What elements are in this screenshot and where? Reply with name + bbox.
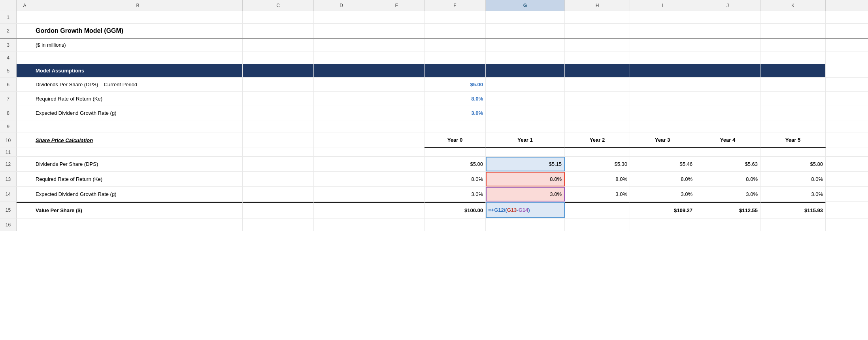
cell-j10[interactable]: Year 4: [695, 133, 760, 148]
cell-i11[interactable]: [630, 148, 695, 156]
cell-a3[interactable]: [17, 39, 33, 51]
cell-d14[interactable]: [314, 187, 369, 201]
cell-i8[interactable]: [630, 106, 695, 120]
cell-c4[interactable]: [243, 51, 314, 64]
cell-d7[interactable]: [314, 92, 369, 106]
cell-f15[interactable]: $100.00: [425, 202, 486, 218]
cell-g5[interactable]: [486, 64, 565, 77]
cell-j2[interactable]: [695, 24, 760, 38]
cell-k12[interactable]: $5.80: [760, 157, 826, 171]
cell-i15[interactable]: $109.27: [630, 202, 695, 218]
cell-j7[interactable]: [695, 92, 760, 106]
cell-g15[interactable]: =+G12/(G13-G14): [486, 202, 565, 218]
cell-a6[interactable]: [17, 78, 33, 91]
cell-b15[interactable]: Value Per Share ($): [33, 202, 243, 218]
cell-k2[interactable]: [760, 24, 826, 38]
cell-c9[interactable]: [243, 120, 314, 133]
cell-c2[interactable]: [243, 24, 314, 38]
cell-a14[interactable]: [17, 187, 33, 201]
cell-b8[interactable]: Expected Dividend Growth Rate (g): [33, 106, 243, 120]
cell-c3[interactable]: [243, 39, 314, 51]
cell-f8[interactable]: 3.0%: [425, 106, 486, 120]
cell-h14[interactable]: 3.0%: [565, 187, 630, 201]
cell-e15[interactable]: [369, 202, 425, 218]
cell-e14[interactable]: [369, 187, 425, 201]
cell-j8[interactable]: [695, 106, 760, 120]
cell-d6[interactable]: [314, 78, 369, 91]
cell-d5[interactable]: [314, 64, 369, 77]
cell-j11[interactable]: [695, 148, 760, 156]
cell-b11[interactable]: [33, 148, 243, 156]
cell-j9[interactable]: [695, 120, 760, 133]
cell-c12[interactable]: [243, 157, 314, 171]
cell-e7[interactable]: [369, 92, 425, 106]
cell-i4[interactable]: [630, 51, 695, 64]
cell-b5[interactable]: Model Assumptions: [33, 64, 243, 77]
cell-e10[interactable]: [369, 133, 425, 148]
cell-g16[interactable]: [486, 218, 565, 231]
cell-c16[interactable]: [243, 218, 314, 231]
cell-b1[interactable]: [33, 11, 243, 23]
cell-a1[interactable]: [17, 11, 33, 23]
cell-i5[interactable]: [630, 64, 695, 77]
cell-i16[interactable]: [630, 218, 695, 231]
cell-h7[interactable]: [565, 92, 630, 106]
cell-d4[interactable]: [314, 51, 369, 64]
cell-a2[interactable]: [17, 24, 33, 38]
cell-b7[interactable]: Required Rate of Return (Ke): [33, 92, 243, 106]
cell-f4[interactable]: [425, 51, 486, 64]
col-header-d[interactable]: D: [314, 0, 369, 11]
cell-c10[interactable]: [243, 133, 314, 148]
cell-d11[interactable]: [314, 148, 369, 156]
cell-j5[interactable]: [695, 64, 760, 77]
cell-e4[interactable]: [369, 51, 425, 64]
cell-e9[interactable]: [369, 120, 425, 133]
cell-e8[interactable]: [369, 106, 425, 120]
cell-b14[interactable]: Expected Dividend Growth Rate (g): [33, 187, 243, 201]
cell-c5[interactable]: [243, 64, 314, 77]
cell-g6[interactable]: [486, 78, 565, 91]
cell-h4[interactable]: [565, 51, 630, 64]
cell-f3[interactable]: [425, 39, 486, 51]
cell-g1[interactable]: [486, 11, 565, 23]
cell-d13[interactable]: [314, 172, 369, 186]
cell-g12[interactable]: $5.15: [486, 157, 565, 171]
cell-g8[interactable]: [486, 106, 565, 120]
cell-i10[interactable]: Year 3: [630, 133, 695, 148]
cell-i3[interactable]: [630, 39, 695, 51]
cell-f5[interactable]: [425, 64, 486, 77]
cell-f6[interactable]: $5.00: [425, 78, 486, 91]
cell-j3[interactable]: [695, 39, 760, 51]
cell-k3[interactable]: [760, 39, 826, 51]
cell-a11[interactable]: [17, 148, 33, 156]
cell-f7[interactable]: 8.0%: [425, 92, 486, 106]
cell-a12[interactable]: [17, 157, 33, 171]
cell-g7[interactable]: [486, 92, 565, 106]
cell-f11[interactable]: [425, 148, 486, 156]
cell-h3[interactable]: [565, 39, 630, 51]
cell-j12[interactable]: $5.63: [695, 157, 760, 171]
cell-k5[interactable]: [760, 64, 826, 77]
cell-a15[interactable]: [17, 202, 33, 218]
cell-j16[interactable]: [695, 218, 760, 231]
cell-g2[interactable]: [486, 24, 565, 38]
cell-g10[interactable]: Year 1: [486, 133, 565, 148]
cell-d16[interactable]: [314, 218, 369, 231]
cell-k8[interactable]: [760, 106, 826, 120]
cell-h10[interactable]: Year 2: [565, 133, 630, 148]
cell-c13[interactable]: [243, 172, 314, 186]
cell-d1[interactable]: [314, 11, 369, 23]
cell-f13[interactable]: 8.0%: [425, 172, 486, 186]
cell-h6[interactable]: [565, 78, 630, 91]
cell-f14[interactable]: 3.0%: [425, 187, 486, 201]
cell-a4[interactable]: [17, 51, 33, 64]
cell-i14[interactable]: 3.0%: [630, 187, 695, 201]
cell-k6[interactable]: [760, 78, 826, 91]
cell-b13[interactable]: Required Rate of Return (Ke): [33, 172, 243, 186]
cell-h12[interactable]: $5.30: [565, 157, 630, 171]
cell-c15[interactable]: [243, 202, 314, 218]
cell-c14[interactable]: [243, 187, 314, 201]
cell-b6[interactable]: Dividends Per Share (DPS) – Current Peri…: [33, 78, 243, 91]
col-header-a[interactable]: A: [17, 0, 33, 11]
cell-b2[interactable]: Gordon Growth Model (GGM): [33, 24, 243, 38]
